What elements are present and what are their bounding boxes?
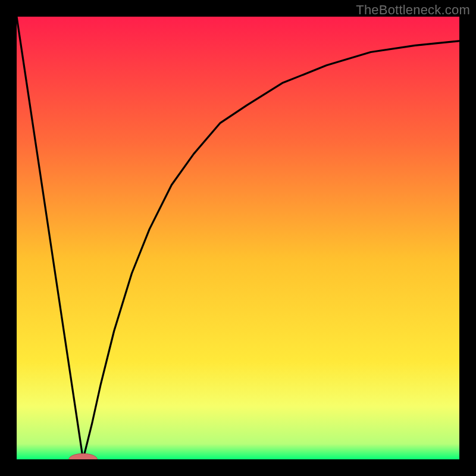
bottleneck-chart bbox=[17, 17, 459, 459]
watermark-text: TheBottleneck.com bbox=[356, 2, 470, 18]
chart-frame: TheBottleneck.com bbox=[0, 0, 476, 476]
plot-area bbox=[17, 17, 459, 459]
gradient-background bbox=[17, 17, 459, 459]
